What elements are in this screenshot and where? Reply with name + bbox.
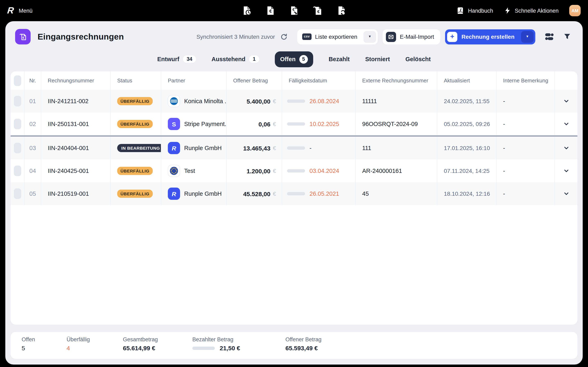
summary-item-offen: Offen5 [22, 336, 67, 359]
row-checkbox[interactable] [14, 166, 21, 176]
due-progress-bar [287, 192, 305, 195]
expand-row-chevron-icon[interactable] [563, 121, 569, 127]
table-row[interactable]: 04IIN-240425-001ÜBERFÄLLIGTest1.200,00€0… [11, 159, 577, 182]
menu-button[interactable]: R Menü [7, 6, 33, 15]
quick-actions-label: Schnelle Aktionen [515, 8, 559, 14]
status-badge: ÜBERFÄLLIG [117, 190, 153, 198]
partner-name: Test [184, 167, 195, 174]
tab-gelöscht[interactable]: Gelöscht [406, 52, 431, 66]
column-header: Interne Bemerkung [497, 71, 555, 90]
due-progress-bar [287, 122, 305, 125]
handbuch-button[interactable]: i Handbuch [456, 7, 493, 15]
row-checkbox[interactable] [14, 143, 21, 153]
tab-ausstehend[interactable]: Ausstehend1 [212, 52, 259, 67]
export-dropdown-toggle[interactable]: ▼ [363, 31, 376, 43]
create-invoice-label: Rechnung erstellen [461, 33, 515, 40]
topbar-right: i Handbuch Schnelle Aktionen AM [456, 5, 581, 16]
tab-bezahlt[interactable]: Bezahlt [329, 52, 350, 66]
updated-timestamp: 07.11.2024, 14:25 [444, 167, 490, 174]
svg-text:€: € [269, 8, 272, 14]
invoice-recurring-icon[interactable] [336, 5, 347, 16]
summary-value: 5 [22, 345, 25, 351]
invoice-number: IIN-210519-001 [48, 191, 89, 197]
column-header: Nr. [25, 71, 41, 90]
column-header: Aktualisiert [437, 71, 497, 90]
column-header: Rechnungsnummer [41, 71, 111, 90]
row-checkbox[interactable] [14, 188, 21, 199]
summary-label: Offener Betrag [285, 336, 321, 342]
expand-row-chevron-icon[interactable] [563, 168, 569, 174]
invoice-table: Nr.RechnungsnummerStatusPartnerOffener B… [11, 71, 577, 325]
due-date: 26.05.2021 [310, 191, 339, 197]
expand-row-chevron-icon[interactable] [563, 145, 569, 151]
updated-timestamp: 05.02.2025, 09:26 [444, 121, 490, 127]
status-tabs: Entwurf34Ausstehend1Offen5BezahltStornie… [5, 47, 583, 71]
export-list-button[interactable]: csv Liste exportieren ▼ [297, 29, 378, 44]
incoming-invoice-page-icon: € [15, 29, 31, 44]
tab-storniert[interactable]: Storniert [365, 52, 390, 66]
summary-item-überfällig: Überfällig4 [67, 336, 123, 359]
tab-label: Entwurf [157, 56, 179, 62]
invoice-outgoing-icon[interactable]: € [288, 5, 300, 16]
create-dropdown-toggle[interactable]: ▼ [521, 31, 534, 43]
tab-offen[interactable]: Offen5 [275, 51, 313, 67]
summary-item-offener-betrag: Offener Betrag65.593,49 € [285, 336, 321, 359]
open-amount: 0,06 [259, 120, 270, 127]
svg-text:€: € [292, 7, 294, 12]
currency-symbol: € [273, 167, 276, 174]
create-invoice-button[interactable]: + Rechnung erstellen ▼ [445, 29, 535, 44]
row-checkbox[interactable] [14, 119, 21, 129]
invoice-clock-icon[interactable] [241, 5, 252, 16]
user-avatar[interactable]: AM [569, 5, 581, 16]
tab-label: Gelöscht [406, 56, 431, 62]
row-number: 04 [29, 167, 36, 174]
expand-row-chevron-icon[interactable] [563, 98, 569, 104]
runple-logo-icon: R [7, 6, 14, 15]
refresh-icon[interactable] [279, 32, 288, 41]
open-amount: 1.200,00 [247, 167, 270, 174]
table-row[interactable]: 05IIN-210519-001ÜBERFÄLLIGRRunple GmbH45… [11, 182, 577, 205]
invoice-euro-icon[interactable]: € [265, 5, 276, 16]
select-all-checkbox[interactable] [14, 75, 21, 86]
status-badge: ÜBERFÄLLIG [117, 167, 153, 175]
filter-icon[interactable] [562, 32, 572, 42]
tab-label: Bezahlt [329, 56, 350, 62]
internal-note: - [503, 121, 505, 127]
due-date: 10.02.2025 [310, 121, 339, 127]
table-body: 01IIN-241211-002ÜBERFÄLLIGKonica Minolta… [11, 90, 577, 205]
header-actions: Synchronisiert 3 Minuten zuvor csv Liste… [196, 29, 575, 44]
summary-item-bezahlter-betrag: Bezahlter Betrag21,50 € [192, 336, 285, 359]
tab-entwurf[interactable]: Entwurf34 [157, 52, 196, 67]
column-header: Offener Betrag [227, 71, 282, 90]
table-row[interactable]: 02IIN-250131-001ÜBERFÄLLIGSStripe Paymen… [11, 113, 577, 135]
summary-value: 65.593,49 € [285, 345, 318, 351]
summary-label: Bezahlter Betrag [192, 336, 285, 342]
page-title: Eingangsrechnungen [38, 32, 124, 42]
summary-value: 21,50 € [220, 345, 240, 351]
status-badge: IN BEARBEITUNG [117, 144, 161, 152]
main-card: € Eingangsrechnungen Synchronisiert 3 Mi… [5, 21, 583, 365]
invoice-incoming-icon[interactable]: € [312, 5, 323, 16]
svg-text:€: € [22, 36, 24, 39]
column-header: Status [111, 71, 161, 90]
row-checkbox[interactable] [14, 96, 21, 106]
display-settings-icon[interactable] [544, 32, 554, 42]
table-row[interactable]: 03IIN-240404-001IN BEARBEITUNGRRunple Gm… [11, 137, 577, 159]
invoice-number: IIN-240404-001 [48, 145, 89, 151]
paid-progress-bar [192, 346, 215, 350]
expand-row-chevron-icon[interactable] [563, 191, 569, 197]
currency-symbol: € [273, 98, 276, 104]
partner-name: Konica Minolta ... [184, 98, 227, 104]
currency-symbol: € [273, 145, 276, 151]
table-header-row: Nr.RechnungsnummerStatusPartnerOffener B… [11, 71, 577, 90]
summary-label: Überfällig [67, 336, 123, 342]
handbook-icon: i [456, 7, 464, 15]
invoice-number: IIN-240425-001 [48, 167, 89, 174]
quick-actions-button[interactable]: Schnelle Aktionen [504, 7, 559, 14]
summary-label: Gesamtbetrag [123, 336, 192, 342]
row-number: 03 [29, 145, 36, 151]
table-row[interactable]: 01IIN-241211-002ÜBERFÄLLIGKonica Minolta… [11, 90, 577, 113]
due-progress-bar [287, 100, 305, 103]
email-import-button[interactable]: E-Mail-Import [383, 29, 440, 44]
updated-timestamp: 17.01.2025, 16:10 [444, 145, 490, 151]
